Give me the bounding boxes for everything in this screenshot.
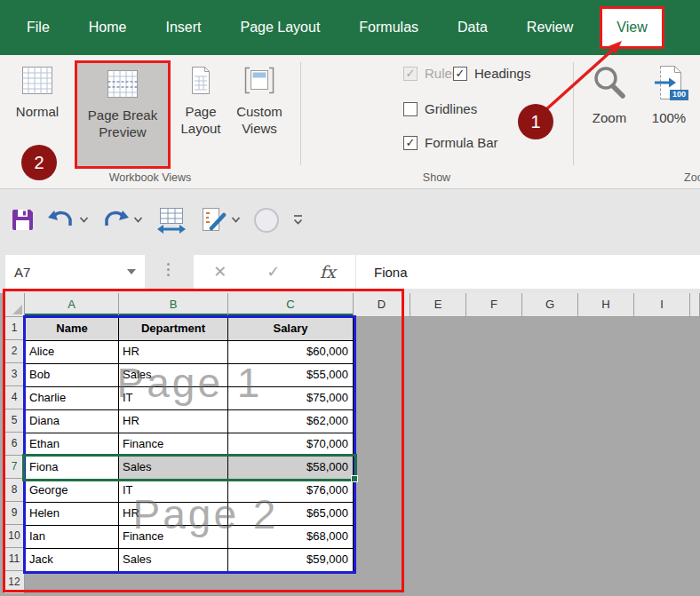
column-header-E[interactable]: E — [410, 293, 466, 317]
tab-file[interactable]: File — [7, 0, 69, 55]
column-width-button[interactable] — [156, 207, 187, 234]
page-break-preview-label: Page Break Preview — [77, 107, 168, 141]
row-header-8[interactable]: 8 — [4, 479, 25, 502]
column-header-G[interactable]: G — [522, 293, 578, 317]
column-header-F[interactable]: F — [466, 293, 522, 317]
cell-A4[interactable]: Charlie — [26, 387, 119, 410]
zoom-100-button[interactable]: 100 100% — [642, 64, 696, 127]
row-header-4[interactable]: 4 — [4, 386, 25, 409]
circle-shape-icon — [254, 208, 279, 233]
cell-C10[interactable]: $68,000 — [228, 526, 354, 549]
undo-button[interactable] — [48, 209, 89, 232]
custom-views-button[interactable]: Custom Views — [229, 66, 290, 137]
cell-B9[interactable]: HR — [119, 503, 228, 526]
tab-formulas[interactable]: Formulas — [339, 0, 438, 55]
page-break-preview-button[interactable]: Page Break Preview — [75, 60, 171, 169]
headings-checkbox-row[interactable]: Headings — [453, 66, 530, 81]
column-width-icon — [156, 207, 187, 234]
tab-home[interactable]: Home — [69, 0, 147, 55]
cell-A1[interactable]: Name — [26, 318, 119, 341]
cancel-icon[interactable]: ✕ — [213, 262, 227, 282]
fill-handle[interactable] — [351, 475, 358, 482]
cell-C7[interactable]: $58,000 — [228, 457, 354, 480]
ruler-checkbox-row[interactable]: Ruler — [403, 66, 457, 81]
cell-C11[interactable]: $59,000 — [228, 549, 354, 572]
cell-B2[interactable]: HR — [119, 341, 228, 364]
cell-C9[interactable]: $65,000 — [228, 503, 354, 526]
tab-data[interactable]: Data — [438, 0, 507, 55]
column-header-A[interactable]: A — [25, 293, 119, 317]
enter-icon[interactable]: ✓ — [266, 262, 280, 282]
cell-C1[interactable]: Salary — [228, 318, 354, 341]
formula-bar-input[interactable]: Fiona — [356, 255, 700, 289]
cell-A6[interactable]: Ethan — [26, 433, 119, 457]
column-header-blank[interactable] — [690, 293, 700, 317]
select-all-corner[interactable] — [4, 293, 25, 317]
cell-A11[interactable]: Jack — [26, 549, 119, 572]
column-header-B[interactable]: B — [119, 293, 228, 317]
cell-C3[interactable]: $55,000 — [228, 364, 354, 387]
cell-B3[interactable]: Sales — [119, 364, 228, 387]
row-header-3[interactable]: 3 — [4, 363, 25, 386]
gridlines-checkbox[interactable] — [403, 102, 418, 116]
cell-A5[interactable]: Diana — [26, 410, 119, 433]
headings-checkbox[interactable] — [453, 67, 467, 81]
page-layout-view-button[interactable]: Page Layout — [174, 66, 227, 137]
quick-edit-button[interactable] — [200, 207, 241, 234]
cell-A8[interactable]: George — [26, 480, 119, 503]
formula-bar-checkbox-row[interactable]: Formula Bar — [403, 135, 498, 150]
quick-edit-dropdown-chevron-icon — [231, 216, 241, 224]
cell-A10[interactable]: Ian — [26, 526, 119, 549]
row-header-2[interactable]: 2 — [4, 340, 25, 363]
cell-C8[interactable]: $76,000 — [228, 480, 354, 503]
redo-button[interactable] — [102, 209, 143, 232]
row-header-10[interactable]: 10 — [4, 525, 25, 548]
cell-B5[interactable]: HR — [119, 410, 228, 433]
ruler-checkbox[interactable] — [403, 67, 418, 81]
formula-bar-drag-handle[interactable] — [167, 263, 170, 276]
name-box-dropdown-icon[interactable] — [127, 269, 136, 274]
column-header-D[interactable]: D — [354, 293, 410, 317]
gridlines-checkbox-row[interactable]: Gridlines — [403, 101, 477, 116]
cell-C4[interactable]: $75,000 — [228, 387, 354, 410]
tab-insert[interactable]: Insert — [146, 0, 220, 55]
save-button[interactable] — [11, 208, 35, 232]
cell-C6[interactable]: $70,000 — [228, 433, 354, 457]
column-header-I[interactable]: I — [634, 293, 690, 317]
normal-view-button[interactable]: Normal — [5, 66, 69, 121]
cell-C2[interactable]: $60,000 — [228, 341, 354, 364]
cell-A7[interactable]: Fiona — [26, 457, 119, 480]
zoom-button[interactable]: Zoom — [584, 64, 635, 127]
cell-B4[interactable]: IT — [119, 387, 228, 410]
ribbon: Normal Page Break Preview — [0, 55, 700, 189]
row-header-9[interactable]: 9 — [4, 502, 25, 525]
cell-A2[interactable]: Alice — [26, 341, 119, 364]
row-header-1[interactable]: 1 — [4, 317, 25, 340]
cell-B10[interactable]: Finance — [119, 526, 228, 549]
cell-A9[interactable]: Helen — [26, 503, 119, 526]
column-header-H[interactable]: H — [578, 293, 634, 317]
name-box[interactable]: A7 — [5, 255, 145, 289]
formula-bar-checkbox[interactable] — [403, 136, 418, 150]
row-header-11[interactable]: 11 — [4, 548, 25, 571]
row-header-12[interactable]: 12 — [4, 571, 25, 594]
cell-B8[interactable]: IT — [119, 480, 228, 503]
cell-B7[interactable]: Sales — [119, 457, 228, 480]
cell-B1[interactable]: Department — [119, 318, 228, 341]
cell-B6[interactable]: Finance — [119, 433, 228, 457]
cell-C5[interactable]: $62,000 — [228, 410, 354, 433]
shape-button[interactable] — [254, 208, 279, 233]
row-header-6[interactable]: 6 — [4, 433, 25, 456]
quick-access-toolbar — [0, 189, 700, 250]
insert-function-icon[interactable]: fx — [320, 262, 336, 282]
tab-view[interactable]: View — [600, 6, 664, 49]
customize-qat-button[interactable] — [292, 213, 304, 226]
column-header-C[interactable]: C — [228, 293, 354, 317]
tab-review[interactable]: Review — [507, 0, 593, 55]
tab-page-layout[interactable]: Page Layout — [220, 0, 339, 55]
row-header-5[interactable]: 5 — [4, 409, 25, 433]
cell-A3[interactable]: Bob — [26, 364, 119, 387]
row-header-7[interactable]: 7 — [4, 456, 25, 479]
cell-B11[interactable]: Sales — [119, 549, 228, 572]
undo-dropdown-chevron-icon — [79, 216, 89, 224]
